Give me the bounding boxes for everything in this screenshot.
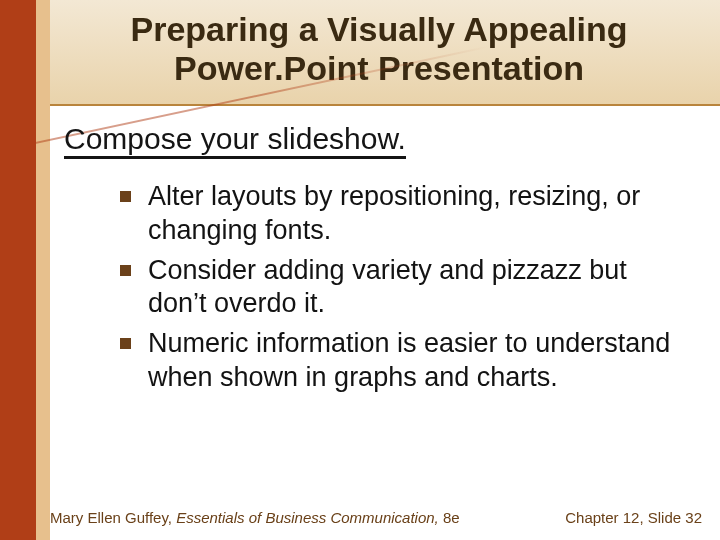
left-band-outer <box>0 0 36 540</box>
bullet-text: Alter layouts by repositioning, resizing… <box>148 181 640 245</box>
left-band-inner <box>36 0 50 540</box>
list-item: Consider adding variety and pizzazz but … <box>118 254 678 322</box>
bullet-text: Numeric information is easier to underst… <box>148 328 670 392</box>
bullet-list: Alter layouts by repositioning, resizing… <box>118 180 678 401</box>
footer: Mary Ellen Guffey, Essentials of Busines… <box>50 509 702 526</box>
footer-book: Essentials of Business Communication, <box>176 509 443 526</box>
section-heading-text: Compose your slideshow. <box>64 122 406 159</box>
slide: Preparing a Visually Appealing Power.Poi… <box>0 0 720 540</box>
title-line-1: Preparing a Visually Appealing <box>131 10 628 48</box>
footer-edition: 8e <box>443 509 460 526</box>
list-item: Alter layouts by repositioning, resizing… <box>118 180 678 248</box>
list-item: Numeric information is easier to underst… <box>118 327 678 395</box>
footer-right: Chapter 12, Slide 32 <box>565 509 702 526</box>
section-heading: Compose your slideshow. <box>64 122 406 156</box>
bullet-text: Consider adding variety and pizzazz but … <box>148 255 627 319</box>
footer-author: Mary Ellen Guffey, <box>50 509 176 526</box>
footer-left: Mary Ellen Guffey, Essentials of Busines… <box>50 509 460 526</box>
title-band: Preparing a Visually Appealing Power.Poi… <box>0 0 720 106</box>
